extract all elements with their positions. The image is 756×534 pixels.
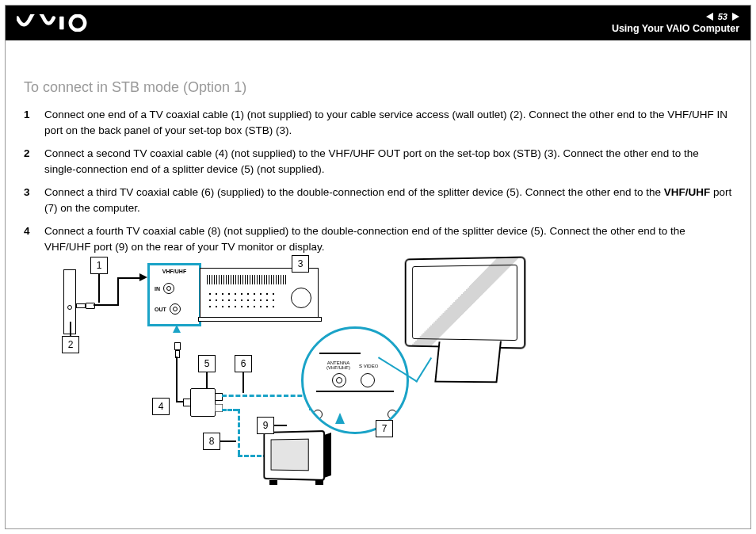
step-4: 4 Connect a fourth TV coaxial cable (8) … xyxy=(24,223,732,254)
cable-dashed xyxy=(222,409,238,411)
set-top-box-icon xyxy=(200,268,319,318)
arrow-icon xyxy=(173,325,181,333)
coax-jack-icon xyxy=(332,373,346,387)
svg-rect-0 xyxy=(59,17,63,29)
arrow-icon xyxy=(335,413,345,424)
section-title: To connect in STB mode (Option 1) xyxy=(24,79,732,96)
prev-page-arrow-icon[interactable] xyxy=(706,13,713,21)
splitter-icon xyxy=(190,388,216,417)
callout-8: 8 xyxy=(203,433,220,450)
stb-vhf-label: VHF/UHF xyxy=(150,269,199,274)
stb-out-label: OUT xyxy=(155,307,166,312)
stb-base xyxy=(198,317,322,322)
detail-antenna-label: ANTENNA (VHF/UHF) xyxy=(323,360,354,370)
tv-icon xyxy=(262,431,325,480)
stb-in-row: IN xyxy=(155,283,174,294)
step-number: 1 xyxy=(24,107,35,138)
vaio-logo xyxy=(17,6,97,40)
cable-line xyxy=(94,304,117,306)
step-text: Connect one end of a TV coaxial cable (1… xyxy=(44,107,732,138)
callout-4: 4 xyxy=(152,398,170,415)
vaio-logo-svg xyxy=(17,14,97,32)
stb-vhf-panel: VHF/UHF IN OUT xyxy=(147,263,201,326)
stb-in-label: IN xyxy=(155,286,160,292)
coax-plug-icon xyxy=(174,342,179,357)
page-nav: 53 xyxy=(706,12,739,21)
detail-svideo-label: S VIDEO xyxy=(359,364,378,368)
callout-5: 5 xyxy=(198,355,216,372)
step-text: Connect a fourth TV coaxial cable (8) (n… xyxy=(44,223,732,254)
steps-list: 1 Connect one end of a TV coaxial cable … xyxy=(24,107,732,255)
coax-jack-icon xyxy=(170,303,181,315)
svideo-jack-icon xyxy=(361,373,375,387)
coax-plug-icon xyxy=(76,303,94,307)
step-number: 2 xyxy=(24,146,35,177)
callout-6: 6 xyxy=(235,355,252,372)
page-number: 53 xyxy=(718,12,727,21)
cable-line xyxy=(117,277,139,279)
header-section-title: Using Your VAIO Computer xyxy=(612,23,739,34)
next-page-arrow-icon[interactable] xyxy=(732,13,739,21)
step-number: 3 xyxy=(24,185,35,216)
callout-1: 1 xyxy=(90,257,108,274)
cable-line xyxy=(176,357,178,401)
callout-9: 9 xyxy=(257,417,274,434)
svg-point-1 xyxy=(71,16,85,30)
callout-7: 7 xyxy=(376,420,393,437)
page-header: 53 Using Your VAIO Computer xyxy=(6,6,750,40)
connection-diagram: VHF/UHF IN OUT ANTENNA (VHF/UHF) S VIDEO xyxy=(63,254,523,491)
cable-line xyxy=(117,277,119,306)
arrow-icon xyxy=(139,273,147,281)
vaio-monitor-icon xyxy=(395,257,529,384)
callout-2: 2 xyxy=(62,336,79,353)
cable-dashed xyxy=(238,409,240,455)
cable-dashed xyxy=(222,395,309,397)
step-text: Connect a third TV coaxial cable (6) (su… xyxy=(44,185,732,216)
callout-3: 3 xyxy=(292,255,309,273)
page-content: To connect in STB mode (Option 1) 1 Conn… xyxy=(24,79,732,263)
step-text: Connect a second TV coaxial cable (4) (n… xyxy=(44,146,732,177)
step-1: 1 Connect one end of a TV coaxial cable … xyxy=(24,107,732,138)
coax-jack-icon xyxy=(163,283,174,294)
stb-out-row: OUT xyxy=(155,303,181,315)
step-number: 4 xyxy=(24,223,35,254)
step-3: 3 Connect a third TV coaxial cable (6) (… xyxy=(24,185,732,216)
step-2: 2 Connect a second TV coaxial cable (4) … xyxy=(24,146,732,177)
